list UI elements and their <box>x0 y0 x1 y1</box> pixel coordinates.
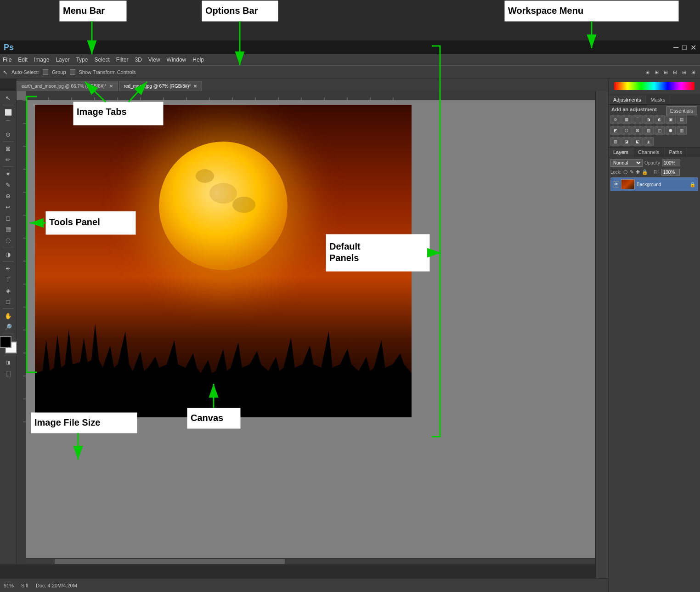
opacity-input[interactable] <box>662 159 680 166</box>
adj-hue-saturation[interactable]: ▣ <box>666 115 676 124</box>
svg-rect-6 <box>505 1 678 21</box>
adj-vibrance[interactable]: ◐ <box>655 115 665 124</box>
adj-exposure[interactable]: ◑ <box>644 115 654 124</box>
fill-label: Fill <box>654 170 660 175</box>
adj-curves[interactable]: ⌒ <box>632 115 643 124</box>
quick-select-tool[interactable]: ⊙ <box>2 129 14 139</box>
menu-help[interactable]: Help <box>192 57 204 63</box>
clone-stamp-tool[interactable]: ⊕ <box>2 191 14 201</box>
tab-channels[interactable]: Channels <box>633 148 664 157</box>
menu-3d[interactable]: 3D <box>135 57 141 63</box>
adj-shadows-highlights[interactable]: ⬕ <box>632 137 643 146</box>
right-panels: Color Swatches Styles R 0 G <box>608 40 700 592</box>
adj-photo-filter[interactable]: ⬡ <box>621 126 632 135</box>
menu-file[interactable]: File <box>3 57 11 63</box>
ruler-top <box>26 91 608 100</box>
opacity-label: Opacity <box>644 160 660 165</box>
adj-black-white[interactable]: ◩ <box>610 126 621 135</box>
workspace-menu-button[interactable]: Essentials <box>666 106 697 115</box>
layer-visibility-eye[interactable]: 👁 <box>613 181 619 188</box>
lasso-tool[interactable]: ⌒ <box>2 118 14 128</box>
menu-layer[interactable]: Layer <box>56 57 69 63</box>
auto-select-label: Auto-Select: <box>11 69 39 75</box>
window-minimize[interactable]: ─ <box>673 43 678 51</box>
background-layer-row[interactable]: 👁 Background 🔒 <box>610 177 698 191</box>
quick-mask-mode[interactable]: ◨ <box>2 357 14 367</box>
menu-type[interactable]: Type <box>76 57 88 63</box>
path-selection-tool[interactable]: ◈ <box>2 285 14 296</box>
blend-mode-select[interactable]: Normal <box>610 159 643 167</box>
show-transform-checkbox[interactable] <box>70 69 75 75</box>
scrollbar-horizontal[interactable] <box>26 558 602 564</box>
adj-color-balance[interactable]: ▤ <box>677 115 687 124</box>
tab-adjustments[interactable]: Adjustments <box>609 95 646 104</box>
group-option[interactable]: Group <box>52 69 66 75</box>
adj-color-lookup[interactable]: ▧ <box>644 126 654 135</box>
window-close[interactable]: ✕ <box>690 43 696 52</box>
tab-masks[interactable]: Masks <box>646 95 671 104</box>
foreground-color-swatch[interactable] <box>0 336 11 348</box>
lock-transparent-icon[interactable]: ⬡ <box>623 169 628 175</box>
adj-threshold[interactable]: ▥ <box>677 126 687 135</box>
canvas-image[interactable] <box>35 105 412 417</box>
canvas-area[interactable] <box>26 100 608 564</box>
move-tool-icon: ↖ <box>3 69 8 76</box>
adj-invert[interactable]: ◫ <box>655 126 665 135</box>
move-tool[interactable]: ↖ <box>2 93 14 103</box>
eraser-tool[interactable]: ◻ <box>2 213 14 223</box>
svg-rect-0 <box>60 1 126 21</box>
crop-tool[interactable]: ⊠ <box>2 143 14 154</box>
adj-selective-color[interactable]: ◪ <box>621 137 632 146</box>
auto-select-checkbox[interactable] <box>43 69 48 75</box>
lock-position-icon[interactable]: ✚ <box>636 169 640 175</box>
menu-bar: File Edit Image Layer Type Select Filter… <box>0 54 700 65</box>
tab-layers[interactable]: Layers <box>609 148 633 157</box>
marquee-tool[interactable]: ⬜ <box>2 107 14 117</box>
tab-paths[interactable]: Paths <box>665 148 687 157</box>
menu-view[interactable]: View <box>148 57 160 63</box>
tab2-label: red_moon.jpg @ 67% (RGB/8#)* <box>124 84 191 89</box>
image-tab-2[interactable]: red_moon.jpg @ 67% (RGB/8#)* ✕ <box>119 81 203 91</box>
adjustment-icons-row2: ◩ ⬡ ⊠ ▧ ◫ ⬢ ▥ <box>609 125 700 136</box>
panel-icons-strip: ◩ ⊙ ▤ ◐ <box>595 40 608 592</box>
eyedropper-tool[interactable]: ✏ <box>2 154 14 165</box>
adj-levels[interactable]: ▦ <box>621 115 632 124</box>
color-gradient-bar[interactable] <box>614 82 694 90</box>
adj-gradient-map[interactable]: ▨ <box>610 137 621 146</box>
lock-image-icon[interactable]: ✎ <box>630 169 634 175</box>
lock-all-icon[interactable]: 🔒 <box>642 169 648 175</box>
image-tab-1[interactable]: earth_and_moon.jpg @ 66.7% (RGB/8#)* ✕ <box>17 81 118 91</box>
pen-tool[interactable]: ✒ <box>2 263 14 273</box>
workspace <box>17 91 608 564</box>
adjustment-icons-row3: ▨ ◪ ⬕ ◭ <box>609 136 700 147</box>
menu-select[interactable]: Select <box>94 57 109 63</box>
type-tool[interactable]: T <box>2 274 14 285</box>
adjustments-panel-tabs: Adjustments Masks <box>609 95 700 105</box>
tools-panel: ↖ ⬜ ⌒ ⊙ ⊠ ✏ ✦ ✎ ⊕ ↩ ◻ ▦ ◌ ◑ ✒ T ◈ □ ✋ 🔎 … <box>0 91 17 564</box>
menu-edit[interactable]: Edit <box>18 57 28 63</box>
menu-image[interactable]: Image <box>34 57 49 63</box>
window-maximize[interactable]: □ <box>682 43 687 51</box>
adj-posterize[interactable]: ⬢ <box>666 126 676 135</box>
hand-tool[interactable]: ✋ <box>2 311 14 321</box>
tab2-close[interactable]: ✕ <box>193 84 197 89</box>
adj-hdr-toning[interactable]: ◭ <box>644 137 654 146</box>
gradient-tool[interactable]: ▦ <box>2 224 14 234</box>
zoom-tool[interactable]: 🔎 <box>2 322 14 332</box>
tool-separator-4 <box>3 247 14 247</box>
fill-input[interactable] <box>661 169 680 176</box>
dodge-tool[interactable]: ◑ <box>2 249 14 259</box>
foreground-background-color[interactable] <box>0 336 17 353</box>
history-brush-tool[interactable]: ↩ <box>2 202 14 212</box>
spot-healing-tool[interactable]: ✦ <box>2 169 14 179</box>
tab1-close[interactable]: ✕ <box>109 84 113 89</box>
menu-window[interactable]: Window <box>167 57 186 63</box>
menu-filter[interactable]: Filter <box>116 57 129 63</box>
adj-brightness-contrast[interactable]: ⊙ <box>610 115 621 124</box>
adj-channel-mixer[interactable]: ⊠ <box>632 126 643 135</box>
shape-tool[interactable]: □ <box>2 296 14 307</box>
lock-label: Lock: <box>610 170 621 175</box>
brush-tool[interactable]: ✎ <box>2 180 14 190</box>
screen-mode[interactable]: ⬚ <box>2 368 14 378</box>
blur-tool[interactable]: ◌ <box>2 235 14 245</box>
